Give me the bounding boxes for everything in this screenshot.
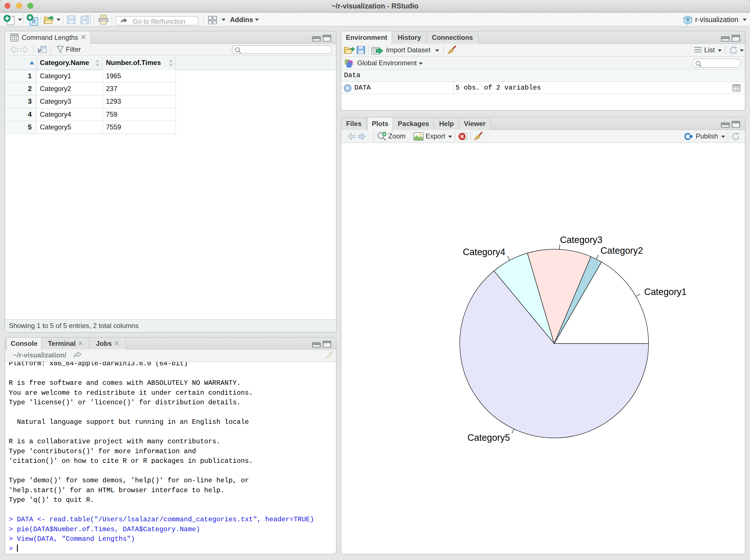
svg-text:Category1: Category1 [644,286,686,297]
svg-text:Category5: Category5 [468,432,510,443]
svg-text:Category4: Category4 [463,247,505,257]
svg-text:R: R [686,17,690,22]
svg-text:Category3: Category3 [560,235,602,245]
svg-text:Category2: Category2 [600,245,643,256]
